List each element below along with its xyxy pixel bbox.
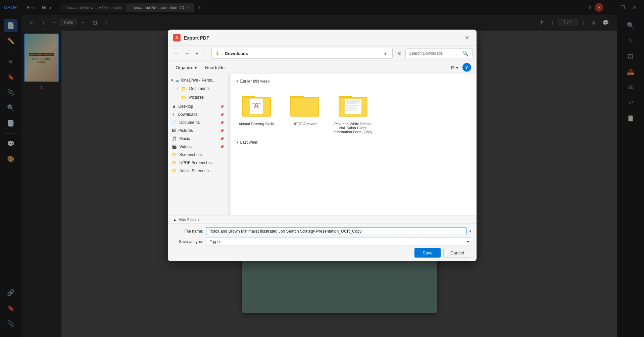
- quick-updf-screenshots[interactable]: 📁 UPDF Screensho...: [168, 159, 228, 167]
- filetype-row: Save as type: *.pptx: [173, 237, 471, 246]
- nav-refresh-button[interactable]: ↻: [395, 50, 404, 57]
- article-folder-icon: 📁: [172, 168, 177, 173]
- file-updf-convert[interactable]: UPDF-Convert: [285, 90, 325, 134]
- breadcrumb-dropdown-button[interactable]: ▾: [382, 50, 389, 57]
- screenshots-label: Screenshots: [180, 152, 202, 157]
- earlier-collapse-icon: ▾: [236, 79, 238, 84]
- view-button[interactable]: ⊞ ▾: [448, 64, 461, 71]
- downloads-label: Downloads: [178, 112, 198, 117]
- desktop-label: Desktop: [179, 104, 193, 109]
- onedrive-icon: ☁: [175, 78, 179, 83]
- filename-label: File name:: [173, 229, 203, 234]
- updf-folder-icon: 📁: [172, 160, 177, 165]
- filename-input[interactable]: [206, 227, 466, 235]
- music-icon: 🎵: [172, 136, 177, 141]
- nav-item-documents[interactable]: › 📁 Documents: [168, 84, 228, 93]
- help-button[interactable]: ?: [462, 63, 471, 72]
- nav-forward-button[interactable]: →: [183, 50, 192, 57]
- expand-pictures-icon: ›: [177, 95, 178, 99]
- pictures-label: Pictures: [189, 95, 204, 100]
- filename-row: File name: ▾: [173, 227, 471, 235]
- folder-icon-2: [290, 91, 320, 118]
- organize-button[interactable]: Organize ▾: [173, 64, 200, 71]
- earlier-label: Earlier this week: [240, 79, 270, 84]
- files-grid: A Animal Painting Skills: [236, 86, 471, 138]
- music-label: Music: [180, 136, 190, 141]
- svg-rect-17: [346, 108, 358, 109]
- quick-documents[interactable]: 📄 Documents 📌: [168, 118, 228, 127]
- toolbar-right-buttons: ⊞ ▾ ?: [448, 63, 471, 72]
- onedrive-section: ▾ ☁ OneDrive - Perso... › 📁 Documents › …: [168, 76, 228, 102]
- videos-label: Videos: [180, 144, 192, 149]
- expand-documents-icon: ›: [177, 87, 178, 90]
- screenshots-folder-icon: 📁: [172, 152, 177, 157]
- svg-rect-14: [346, 103, 358, 104]
- svg-rect-15: [346, 105, 359, 106]
- dialog-titlebar: A Export PDF ✕: [168, 30, 477, 46]
- save-button[interactable]: Save: [414, 248, 441, 258]
- lastweek-label: Last week: [240, 140, 258, 145]
- footer-actions: Save Cancel: [173, 248, 471, 258]
- nav-up-button[interactable]: ↑: [202, 50, 209, 57]
- hide-folders-row[interactable]: ▲ Hide Folders: [168, 215, 477, 224]
- dialog-footer-form: File name: ▾ Save as type: *.pptx Save C…: [168, 224, 477, 261]
- quick-pictures[interactable]: 🖼 Pictures 📌: [168, 127, 228, 135]
- folder-icon-1: A: [241, 91, 271, 118]
- organize-arrow-icon: ▾: [195, 65, 197, 70]
- downloads-pin-icon: 📌: [220, 112, 224, 116]
- search-input[interactable]: [409, 51, 460, 56]
- desktop-icon: 🖥: [172, 104, 176, 109]
- file-icon-wrap-3: [336, 90, 370, 120]
- dialog-footer: ▲ Hide Folders File name: ▾ Save as type…: [168, 215, 477, 261]
- modal-overlay: A Export PDF ✕ ← → ▾ ↑ ⬇ › Downloads ▾ ↻…: [0, 0, 644, 337]
- dialog-nav-bar: ← → ▾ ↑ ⬇ › Downloads ▾ ↻ 🔍: [168, 46, 477, 61]
- file-name-1: Animal Painting Skills: [239, 122, 274, 126]
- breadcrumb-area[interactable]: ⬇ › Downloads ▾: [211, 48, 393, 59]
- dialog-toolbar: Organize ▾ New folder ⊞ ▾ ?: [168, 61, 477, 74]
- cancel-button[interactable]: Cancel: [443, 248, 471, 258]
- documents-label: Documents: [189, 86, 210, 91]
- svg-text:A: A: [254, 101, 259, 110]
- quick-desktop[interactable]: 🖥 Desktop 📌: [168, 102, 228, 110]
- svg-rect-16: [346, 107, 357, 108]
- quick-music[interactable]: 🎵 Music 📌: [168, 135, 228, 143]
- article-screenshots-label: Article Screensh...: [180, 168, 212, 173]
- quick-article-screenshots[interactable]: 📁 Article Screensh...: [168, 167, 228, 175]
- quick-downloads[interactable]: ⬇ Downloads 📌: [168, 110, 228, 118]
- dialog-close-button[interactable]: ✕: [463, 34, 471, 42]
- pictures-pin-icon: 📌: [220, 129, 224, 132]
- quick-videos[interactable]: 🎬 Videos 📌: [168, 143, 228, 151]
- dialog-body: ▾ ☁ OneDrive - Perso... › 📁 Documents › …: [168, 74, 477, 215]
- left-nav-scrollbar: [228, 74, 231, 215]
- search-box: 🔍: [405, 48, 473, 58]
- music-pin-icon: 📌: [220, 137, 224, 140]
- file-icon-wrap-1: A: [240, 90, 273, 120]
- file-name-3: Pink and White Simple Nail Salon Client …: [333, 122, 373, 134]
- nav-back-button[interactable]: ←: [172, 50, 181, 57]
- lastweek-collapse-icon: ▾: [236, 140, 238, 145]
- file-nail-salon[interactable]: Pink and White Simple Nail Salon Client …: [333, 90, 373, 134]
- nav-item-pictures[interactable]: › 📁 Pictures: [168, 93, 228, 102]
- filename-dropdown-icon[interactable]: ▾: [469, 229, 471, 234]
- search-icon: 🔍: [462, 50, 469, 56]
- file-animal-painting[interactable]: A Animal Painting Skills: [236, 90, 277, 134]
- section-header-earlier[interactable]: ▾ Earlier this week: [236, 77, 471, 86]
- expand-icon: ▾: [171, 78, 173, 83]
- new-folder-button[interactable]: New folder: [202, 64, 229, 71]
- documents-icon: 📄: [172, 120, 177, 125]
- desktop-pin-icon: 📌: [220, 104, 224, 108]
- videos-pin-icon: 📌: [220, 145, 224, 148]
- documents-pin-icon: 📌: [220, 121, 224, 124]
- downloads-icon: ⬇: [172, 112, 175, 117]
- filetype-select[interactable]: *.pptx: [206, 237, 471, 246]
- section-header-lastweek[interactable]: ▾ Last week: [236, 138, 471, 147]
- svg-rect-18: [346, 110, 356, 111]
- videos-icon: 🎬: [172, 144, 177, 149]
- dialog-left-nav: ▾ ☁ OneDrive - Perso... › 📁 Documents › …: [168, 74, 228, 215]
- qpictures-label: Pictures: [179, 128, 193, 133]
- onedrive-header[interactable]: ▾ ☁ OneDrive - Perso...: [168, 76, 228, 84]
- filetype-label: Save as type:: [173, 239, 203, 244]
- nav-dropdown-button[interactable]: ▾: [193, 50, 200, 57]
- quick-screenshots[interactable]: 📁 Screenshots: [168, 151, 228, 159]
- dialog-title-icon: A: [173, 34, 181, 41]
